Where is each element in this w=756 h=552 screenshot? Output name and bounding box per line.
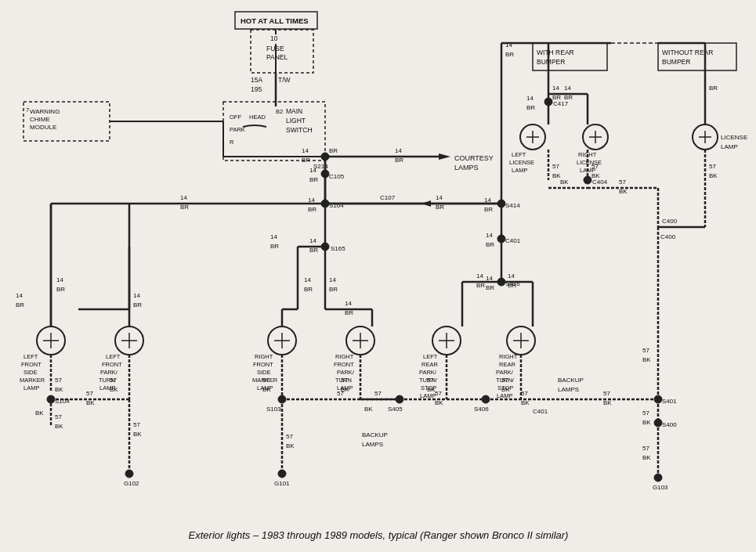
svg-text:BR: BR bbox=[508, 282, 516, 289]
svg-text:BR: BR bbox=[486, 241, 494, 248]
svg-text:BUMPER: BUMPER bbox=[662, 58, 690, 66]
svg-text:14: 14 bbox=[329, 276, 336, 283]
svg-text:LAMP: LAMP bbox=[721, 143, 738, 150]
svg-text:BR: BR bbox=[309, 247, 318, 254]
svg-text:PARK/: PARK/ bbox=[496, 369, 514, 376]
svg-text:RIGHT: RIGHT bbox=[255, 353, 273, 360]
svg-text:C400: C400 bbox=[662, 218, 678, 225]
svg-text:14: 14 bbox=[552, 85, 559, 92]
diagram-container: HOT AT ALL TIMES 10 FUSE PANEL 15A T/W 1… bbox=[0, 0, 756, 552]
svg-text:C417: C417 bbox=[553, 100, 569, 107]
svg-text:57: 57 bbox=[642, 347, 649, 354]
svg-text:57: 57 bbox=[709, 163, 716, 170]
svg-text:S165: S165 bbox=[331, 245, 345, 252]
svg-text:C401: C401 bbox=[505, 237, 521, 244]
svg-text:BR: BR bbox=[329, 147, 338, 154]
svg-text:57: 57 bbox=[619, 179, 626, 186]
svg-text:BR: BR bbox=[304, 286, 313, 293]
svg-text:S400: S400 bbox=[662, 421, 677, 428]
svg-text:S414: S414 bbox=[505, 202, 520, 209]
svg-text:REAR: REAR bbox=[499, 361, 515, 368]
svg-text:BR: BR bbox=[486, 284, 494, 291]
svg-text:MAIN: MAIN bbox=[286, 107, 302, 115]
svg-text:57: 57 bbox=[374, 390, 382, 397]
svg-text:PARK: PARK bbox=[230, 126, 245, 133]
svg-text:G101: G101 bbox=[274, 480, 290, 487]
svg-text:LAMP: LAMP bbox=[512, 167, 527, 174]
svg-text:57: 57 bbox=[86, 390, 93, 397]
svg-text:57: 57 bbox=[262, 377, 269, 384]
svg-text:BR: BR bbox=[476, 282, 485, 289]
svg-text:BR: BR bbox=[180, 204, 189, 211]
svg-text:57: 57 bbox=[501, 377, 508, 384]
svg-text:S401: S401 bbox=[662, 398, 677, 405]
svg-text:G103: G103 bbox=[653, 484, 668, 491]
svg-text:14: 14 bbox=[133, 292, 140, 299]
svg-text:CHIME: CHIME bbox=[30, 116, 50, 123]
svg-text:FRONT: FRONT bbox=[102, 361, 122, 368]
svg-text:57: 57 bbox=[133, 421, 140, 428]
svg-text:BR: BR bbox=[329, 286, 338, 293]
svg-text:57: 57 bbox=[435, 390, 442, 397]
svg-text:LICENSE: LICENSE bbox=[721, 134, 747, 141]
svg-text:BR: BR bbox=[133, 301, 142, 308]
svg-text:BK: BK bbox=[709, 172, 718, 179]
svg-text:57: 57 bbox=[55, 377, 62, 384]
svg-text:BR: BR bbox=[564, 94, 573, 101]
svg-text:MODULE: MODULE bbox=[30, 124, 56, 131]
svg-text:BR: BR bbox=[552, 94, 561, 101]
svg-text:C105: C105 bbox=[329, 173, 345, 180]
svg-text:RIGHT: RIGHT bbox=[499, 353, 518, 360]
svg-text:14: 14 bbox=[395, 147, 402, 154]
svg-text:14: 14 bbox=[345, 300, 352, 307]
svg-text:S405: S405 bbox=[388, 406, 403, 413]
svg-text:HEAD: HEAD bbox=[249, 114, 266, 121]
svg-text:R: R bbox=[230, 139, 234, 146]
svg-text:PARK/: PARK/ bbox=[419, 369, 437, 376]
svg-text:FRONT: FRONT bbox=[253, 361, 273, 368]
svg-text:BR: BR bbox=[395, 157, 403, 164]
svg-text:57: 57 bbox=[286, 433, 293, 440]
svg-text:WARNING: WARNING bbox=[30, 108, 60, 115]
svg-text:WITH REAR: WITH REAR bbox=[537, 49, 574, 56]
svg-text:BK: BK bbox=[560, 179, 569, 186]
svg-text:SIDE: SIDE bbox=[24, 369, 38, 376]
svg-text:BK: BK bbox=[521, 399, 530, 406]
svg-text:BACKUP: BACKUP bbox=[558, 377, 584, 384]
svg-text:LAMPS: LAMPS bbox=[454, 164, 479, 171]
svg-text:14: 14 bbox=[56, 276, 63, 283]
svg-text:14: 14 bbox=[309, 167, 317, 174]
svg-text:BK: BK bbox=[35, 409, 44, 417]
svg-text:LAMPS: LAMPS bbox=[362, 441, 383, 448]
svg-text:LEFT: LEFT bbox=[423, 353, 438, 360]
svg-text:57: 57 bbox=[521, 390, 528, 397]
svg-text:14: 14 bbox=[304, 276, 311, 283]
svg-text:14: 14 bbox=[526, 95, 534, 102]
svg-text:BR: BR bbox=[16, 301, 24, 308]
svg-text:BR: BR bbox=[505, 51, 514, 58]
svg-text:BR: BR bbox=[484, 206, 493, 213]
svg-text:BUMPER: BUMPER bbox=[537, 58, 565, 66]
svg-text:S406: S406 bbox=[474, 406, 489, 413]
svg-text:C401: C401 bbox=[533, 408, 548, 415]
svg-text:BK: BK bbox=[55, 386, 63, 393]
svg-text:LEFT: LEFT bbox=[106, 353, 121, 360]
svg-text:BACKUP: BACKUP bbox=[362, 431, 388, 438]
svg-text:REAR: REAR bbox=[421, 361, 438, 368]
svg-text:BR: BR bbox=[526, 104, 535, 111]
svg-text:COURTESY: COURTESY bbox=[454, 154, 494, 162]
svg-text:BK: BK bbox=[591, 172, 600, 179]
svg-text:BR: BR bbox=[345, 309, 353, 316]
svg-text:T/W: T/W bbox=[278, 76, 291, 84]
svg-text:14: 14 bbox=[436, 194, 443, 201]
svg-text:BK: BK bbox=[642, 356, 651, 363]
svg-text:57: 57 bbox=[110, 377, 117, 384]
svg-text:BR: BR bbox=[56, 286, 65, 293]
svg-text:57: 57 bbox=[341, 377, 348, 384]
svg-text:14: 14 bbox=[308, 197, 315, 204]
svg-rect-0 bbox=[0, 0, 756, 552]
svg-text:PARK/: PARK/ bbox=[100, 369, 118, 376]
svg-text:14: 14 bbox=[486, 232, 493, 239]
svg-text:LAMP: LAMP bbox=[420, 392, 436, 399]
svg-text:57: 57 bbox=[427, 377, 434, 384]
